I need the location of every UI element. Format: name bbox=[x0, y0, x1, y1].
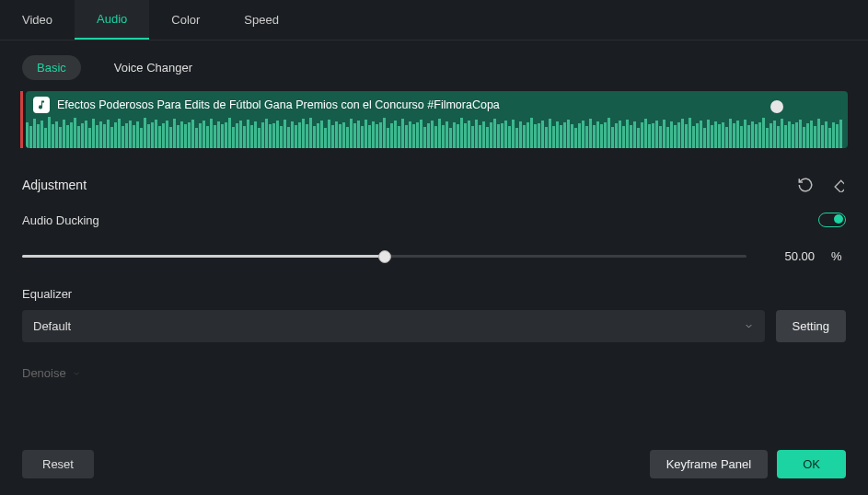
tab-speed[interactable]: Speed bbox=[222, 0, 301, 40]
svg-rect-18 bbox=[88, 128, 91, 148]
svg-rect-210 bbox=[795, 122, 798, 148]
svg-rect-89 bbox=[350, 119, 353, 148]
svg-rect-109 bbox=[423, 127, 426, 148]
svg-rect-76 bbox=[302, 119, 305, 148]
svg-rect-41 bbox=[173, 119, 176, 148]
playhead-marker[interactable] bbox=[20, 91, 23, 148]
svg-rect-50 bbox=[206, 126, 209, 148]
svg-rect-105 bbox=[409, 121, 411, 148]
svg-rect-188 bbox=[714, 121, 717, 148]
svg-rect-194 bbox=[736, 121, 739, 148]
svg-rect-60 bbox=[243, 126, 246, 148]
svg-rect-146 bbox=[560, 125, 562, 148]
waveform-playhead-knob[interactable] bbox=[770, 100, 783, 113]
audio-ducking-unit: % bbox=[831, 249, 846, 263]
subtab-voice-changer[interactable]: Voice Changer bbox=[99, 55, 207, 80]
audio-ducking-slider-row: 50.00 % bbox=[22, 249, 846, 263]
svg-rect-147 bbox=[563, 122, 566, 148]
svg-rect-67 bbox=[269, 124, 272, 148]
svg-rect-75 bbox=[298, 122, 301, 148]
svg-rect-6 bbox=[44, 128, 47, 148]
tab-audio[interactable]: Audio bbox=[75, 0, 149, 40]
svg-rect-171 bbox=[652, 123, 654, 148]
equalizer-setting-button[interactable]: Setting bbox=[776, 310, 846, 342]
slider-thumb[interactable] bbox=[378, 250, 391, 263]
svg-rect-46 bbox=[191, 120, 194, 148]
svg-rect-136 bbox=[523, 125, 526, 148]
svg-rect-103 bbox=[401, 119, 404, 148]
adjustment-header-actions bbox=[796, 176, 846, 194]
svg-rect-93 bbox=[365, 120, 367, 148]
svg-rect-119 bbox=[460, 118, 463, 148]
equalizer-label: Equalizer bbox=[22, 287, 846, 301]
keyframe-icon[interactable] bbox=[827, 176, 846, 194]
svg-rect-187 bbox=[711, 125, 713, 148]
svg-rect-86 bbox=[339, 124, 341, 148]
tab-color[interactable]: Color bbox=[149, 0, 222, 40]
svg-rect-217 bbox=[821, 125, 824, 148]
svg-rect-180 bbox=[685, 124, 688, 148]
svg-rect-202 bbox=[766, 128, 769, 148]
svg-rect-172 bbox=[655, 121, 658, 148]
svg-rect-111 bbox=[431, 121, 434, 148]
reset-icon[interactable] bbox=[796, 176, 815, 194]
slider-fill bbox=[22, 255, 385, 258]
equalizer-row: Default Setting bbox=[22, 310, 846, 342]
svg-rect-104 bbox=[405, 125, 408, 148]
reset-button[interactable]: Reset bbox=[22, 450, 94, 478]
svg-rect-81 bbox=[320, 121, 323, 148]
svg-rect-198 bbox=[751, 121, 754, 148]
svg-rect-197 bbox=[747, 125, 750, 148]
audio-ducking-toggle[interactable] bbox=[818, 213, 846, 227]
svg-rect-17 bbox=[85, 121, 87, 148]
adjustment-title: Adjustment bbox=[22, 178, 87, 192]
svg-rect-56 bbox=[228, 118, 231, 148]
svg-rect-113 bbox=[438, 119, 441, 148]
svg-rect-112 bbox=[434, 126, 437, 148]
svg-rect-189 bbox=[718, 124, 721, 148]
svg-rect-206 bbox=[781, 119, 783, 148]
svg-rect-4 bbox=[37, 124, 40, 148]
svg-rect-14 bbox=[74, 118, 76, 148]
audio-ducking-slider[interactable] bbox=[22, 255, 746, 258]
svg-rect-77 bbox=[306, 124, 308, 148]
svg-rect-66 bbox=[265, 119, 268, 148]
svg-rect-65 bbox=[261, 122, 264, 148]
ok-button[interactable]: OK bbox=[777, 450, 846, 478]
toggle-knob bbox=[834, 214, 843, 224]
svg-rect-216 bbox=[817, 119, 820, 148]
waveform-container: Efectos Poderosos Para Edits de Fútbol G… bbox=[0, 91, 868, 155]
keyframe-panel-button[interactable]: Keyframe Panel bbox=[650, 450, 769, 478]
subtab-basic[interactable]: Basic bbox=[22, 55, 81, 80]
svg-rect-51 bbox=[210, 119, 213, 148]
svg-rect-99 bbox=[387, 128, 389, 148]
svg-rect-195 bbox=[740, 126, 743, 148]
svg-rect-70 bbox=[280, 126, 283, 148]
svg-rect-211 bbox=[799, 120, 802, 148]
svg-rect-3 bbox=[33, 119, 36, 148]
svg-rect-205 bbox=[777, 126, 780, 148]
tab-video[interactable]: Video bbox=[0, 0, 75, 40]
audio-ducking-label: Audio Ducking bbox=[22, 213, 99, 227]
denoise-row[interactable]: Denoise bbox=[0, 346, 868, 380]
svg-rect-133 bbox=[512, 120, 515, 148]
svg-rect-203 bbox=[770, 123, 772, 148]
audio-ducking-value[interactable]: 50.00 bbox=[763, 249, 815, 263]
svg-rect-120 bbox=[464, 123, 467, 148]
svg-rect-204 bbox=[773, 121, 776, 148]
svg-rect-82 bbox=[324, 128, 327, 148]
svg-rect-140 bbox=[538, 123, 540, 148]
svg-rect-45 bbox=[188, 122, 191, 148]
svg-rect-102 bbox=[398, 126, 400, 148]
svg-rect-141 bbox=[541, 121, 544, 148]
svg-rect-135 bbox=[519, 121, 522, 148]
svg-rect-199 bbox=[755, 124, 758, 148]
audio-waveform[interactable]: Efectos Poderosos Para Edits de Fútbol G… bbox=[26, 91, 848, 148]
svg-rect-92 bbox=[361, 126, 364, 148]
svg-rect-42 bbox=[177, 125, 179, 148]
equalizer-select[interactable]: Default bbox=[22, 310, 765, 342]
svg-rect-68 bbox=[272, 123, 275, 148]
svg-rect-61 bbox=[247, 120, 249, 148]
svg-rect-166 bbox=[633, 121, 636, 148]
svg-rect-142 bbox=[545, 127, 548, 148]
